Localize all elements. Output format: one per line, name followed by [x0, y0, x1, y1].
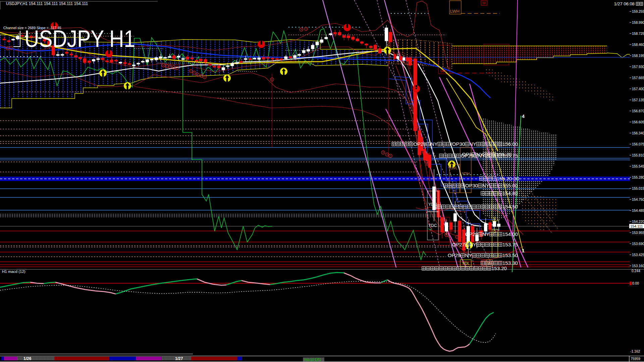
svg-text:154.220: 154.220 — [632, 220, 644, 224]
svg-text:1/27: 1/27 — [175, 356, 183, 361]
svg-text:157.665: 157.665 — [632, 76, 644, 80]
svg-text:/OP30: /OP30 — [451, 141, 465, 147]
svg-text:158.725: 158.725 — [632, 32, 644, 36]
svg-text:NY: NY — [469, 141, 476, 147]
svg-text:4: 4 — [522, 114, 525, 119]
svg-text:YDO: YDO — [428, 202, 437, 207]
svg-text:157.135: 157.135 — [632, 98, 644, 102]
svg-text:LWL: LWL — [450, 166, 458, 170]
svg-text:154.50: 154.50 — [502, 204, 518, 209]
svg-text:154.00: 154.00 — [502, 231, 518, 237]
svg-text:155.810: 155.810 — [632, 154, 644, 157]
svg-text:OP27: OP27 — [452, 242, 465, 247]
svg-text:NY: NY — [431, 141, 438, 147]
svg-text:0.00: 0.00 — [632, 282, 639, 285]
svg-text:155.75: 155.75 — [496, 152, 512, 157]
svg-text:W: W — [487, 261, 491, 266]
svg-text:154.111: 154.111 — [630, 224, 643, 228]
svg-text:154.80: 154.80 — [502, 190, 518, 196]
svg-text:156.340: 156.340 — [632, 131, 644, 135]
svg-text:1/27 06:08: 1/27 06:08 — [614, 1, 634, 6]
svg-text:LWH: LWH — [450, 9, 460, 14]
svg-text:USDJPY H1: USDJPY H1 — [24, 26, 135, 52]
svg-text:YDL: YDL — [462, 261, 470, 266]
svg-text:153.75: 153.75 — [502, 242, 518, 247]
svg-text:1/26: 1/26 — [23, 356, 32, 361]
svg-text:NY: NY — [476, 152, 483, 157]
svg-text:NY: NY — [469, 242, 476, 247]
svg-text:NY: NY — [482, 231, 489, 237]
svg-text:153.30: 153.30 — [502, 260, 518, 266]
svg-text:OML: OML — [440, 218, 448, 222]
svg-text:158.990: 158.990 — [632, 21, 644, 24]
svg-text:0.244: 0.244 — [632, 269, 640, 273]
svg-text:153.160: 153.160 — [632, 264, 644, 268]
svg-text:155.00: 155.00 — [502, 183, 518, 188]
svg-text:156.605: 156.605 — [632, 120, 644, 124]
svg-text:OP3: OP3 — [462, 152, 472, 157]
svg-text:MH: MH — [440, 69, 446, 73]
svg-text:158.195: 158.195 — [632, 54, 644, 58]
svg-text:157.400: 157.400 — [632, 87, 644, 91]
svg-text:156.870: 156.870 — [632, 109, 644, 113]
svg-text:OP29: OP29 — [448, 252, 461, 258]
svg-text:153.20: 153.20 — [491, 265, 507, 271]
svg-text:155.280: 155.280 — [632, 176, 644, 179]
svg-text:153.425: 153.425 — [632, 253, 644, 257]
svg-text:155.545: 155.545 — [632, 165, 644, 168]
svg-text:155.20-30: 155.20-30 — [497, 176, 520, 181]
svg-text:153.955: 153.955 — [632, 231, 644, 235]
svg-text:YDC: YDC — [428, 223, 437, 228]
svg-text:158.460: 158.460 — [632, 43, 644, 47]
svg-text:154.750: 154.750 — [632, 198, 644, 201]
svg-text:153.690: 153.690 — [632, 242, 644, 246]
svg-text:YDH: YDH — [462, 172, 470, 176]
svg-text:NY: NY — [482, 183, 489, 188]
svg-text:153.50: 153.50 — [502, 252, 518, 258]
svg-text:OP30: OP30 — [465, 183, 478, 188]
svg-text:M: M — [482, 1, 485, 5]
svg-text:NY: NY — [465, 252, 472, 258]
svg-text:155.015: 155.015 — [632, 187, 644, 190]
svg-text:-1.162: -1.162 — [630, 350, 640, 353]
svg-text:156.075: 156.075 — [632, 142, 644, 146]
svg-text:1: 1 — [522, 248, 525, 253]
svg-text:156.00: 156.00 — [502, 141, 518, 147]
svg-text:154.485: 154.485 — [632, 209, 644, 213]
svg-text:OP28: OP28 — [465, 231, 478, 237]
svg-text:USDJPY,H1 154.111 154.111 154: USDJPY,H1 154.111 154.111 154.111 154.11… — [6, 1, 88, 6]
svg-text:D: D — [493, 216, 496, 220]
svg-text:159.255: 159.255 — [632, 10, 644, 13]
svg-text:157.930: 157.930 — [632, 65, 644, 69]
svg-text:H1 macd (12): H1 macd (12) — [2, 269, 25, 274]
svg-text:75959: 75959 — [631, 357, 640, 361]
svg-text:OP28: OP28 — [413, 141, 426, 147]
